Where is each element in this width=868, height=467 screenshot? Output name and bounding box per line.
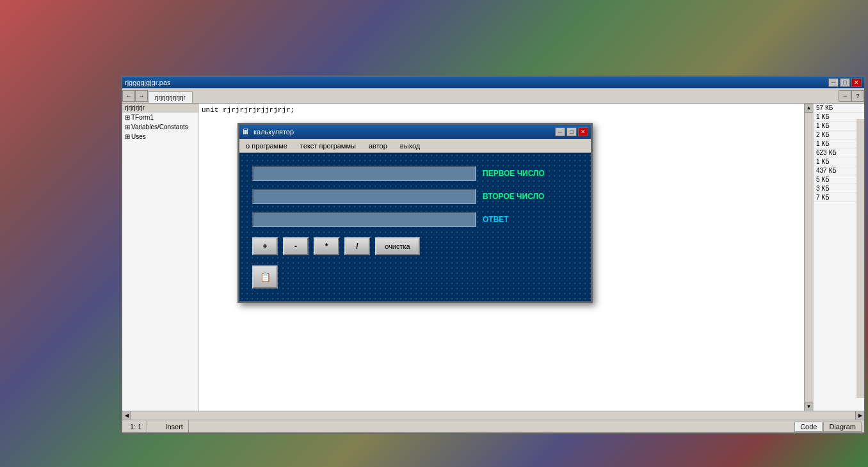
calc-operations-row: + - * / очистка [252, 237, 578, 255]
calc-result-input[interactable] [252, 212, 476, 227]
code-tree-panel: rjrjrjrjrjr ⊞ TForm1 ⊞ Variables/Constan… [122, 104, 199, 411]
calc-btn-sub[interactable]: - [283, 237, 309, 255]
calc-label-1: ПЕРВОЕ ЧИСЛО [483, 169, 566, 178]
editor-status-bar: 1: 1 Insert Code Diagram [122, 420, 864, 432]
file-size-9: 5 КБ [816, 176, 830, 183]
calc-body: ПЕРВОЕ ЧИСЛО ВТОРОЕ ЧИСЛО [239, 153, 591, 301]
code-expand-uses[interactable]: ⊞ [125, 133, 130, 140]
file-size-7: 1 КБ [816, 158, 830, 165]
file-size-11: 7 КБ [816, 194, 830, 201]
code-main-view: unit rjrjrjrjrjjrjrjr; Forms, ▲ ▼ [199, 104, 813, 411]
calc-title-text: калькулятор [253, 128, 294, 136]
cursor-position: 1: 1 [130, 423, 141, 431]
editor-title-bar: rjggggjgjgr.pas ─ □ ✕ [122, 77, 864, 88]
insert-mode: Insert [165, 423, 183, 431]
editor-close-btn[interactable]: ✕ [851, 78, 862, 87]
calc-btn-mul[interactable]: * [314, 237, 339, 255]
calc-menu-exit[interactable]: выход [394, 139, 426, 152]
code-tree-header: rjrjrjrjrjr [122, 104, 198, 113]
code-label-uses: Uses [131, 133, 146, 140]
code-scrollbar-v[interactable]: ▲ ▼ [804, 104, 813, 411]
editor-content-area: rjrjrjrjrjr ⊞ TForm1 ⊞ Variables/Constan… [122, 104, 864, 411]
calc-label-2: ВТОРОЕ ЧИСЛО [483, 192, 566, 201]
file-item-1: 57 КБ [814, 104, 864, 113]
calc-menu-author[interactable]: автор [362, 139, 394, 152]
code-label-variables: Variables/Constants [131, 123, 188, 131]
scrollbar-down-btn[interactable]: ▼ [805, 402, 813, 411]
calc-input-row-result: ОТВЕТ [252, 212, 578, 227]
calc-memo-row: 📋 [252, 265, 578, 289]
editor-nav-forward[interactable]: → [135, 90, 148, 102]
editor-tabs: rjrjrjrjrjrjrjrjr [148, 88, 839, 103]
hscroll-right-btn[interactable]: ▶ [855, 411, 864, 420]
calc-input-1[interactable] [252, 166, 476, 181]
code-label-tform1: TForm1 [131, 114, 154, 121]
calc-label-result: ОТВЕТ [483, 215, 566, 224]
calc-title-bar: 🖩 калькулятор ─ □ ✕ [239, 125, 591, 139]
editor-window-controls: ─ □ ✕ [828, 78, 862, 87]
status-mode: Insert [160, 420, 189, 432]
center-editor-area: rjggggjgjgr.pas ─ □ ✕ ← → rjrjrjrjrjrjrj… [118, 73, 868, 436]
editor-nav-back[interactable]: ← [122, 90, 135, 102]
scrollbar-track[interactable] [805, 113, 813, 402]
code-tab[interactable]: Code [794, 422, 823, 432]
code-line-1: unit rjrjrjrjrjjrjrjr; [202, 106, 810, 114]
file-size-8: 437 КБ [816, 167, 837, 174]
calc-memo-btn[interactable]: 📋 [252, 265, 278, 289]
calc-btn-add[interactable]: + [252, 237, 278, 255]
scrollbar-up-btn[interactable]: ▲ [805, 104, 813, 113]
hscroll-left-btn[interactable]: ◀ [122, 411, 131, 420]
code-tree-uses[interactable]: ⊞ Uses [122, 132, 198, 141]
file-list-right-panel: 57 КБ 1 КБ 1 КБ 2 КБ 1 КБ 623 КБ 1 КБ 43… [813, 104, 864, 411]
file-size-4: 2 КБ [816, 131, 830, 138]
editor-tab-rjrjrj[interactable]: rjrjrjrjrjrjrjrjr [148, 91, 193, 103]
calc-close-btn[interactable]: ✕ [578, 127, 588, 136]
file-size-1: 57 КБ [816, 104, 833, 111]
editor-maximize-btn[interactable]: □ [840, 78, 850, 87]
file-size-3: 1 КБ [816, 122, 830, 129]
calculator-dialog: 🖩 калькулятор ─ □ ✕ о программ [237, 123, 593, 303]
code-spacer [202, 114, 810, 119]
code-diagram-tabs: Code Diagram [794, 422, 862, 432]
right-panel-scrollbar[interactable] [856, 119, 864, 398]
calc-btn-div[interactable]: / [344, 237, 370, 255]
editor-hscrollbar[interactable]: ◀ ▶ [122, 411, 864, 420]
file-size-2: 1 КБ [816, 113, 830, 120]
file-size-5: 1 КБ [816, 140, 830, 147]
code-expand-tform1[interactable]: ⊞ [125, 114, 130, 121]
code-tree-tform1[interactable]: ⊞ TForm1 [122, 113, 198, 122]
calc-maximize-btn[interactable]: □ [567, 127, 577, 136]
code-expand-variables[interactable]: ⊞ [125, 123, 130, 131]
editor-file-title: rjggggjgjgr.pas [125, 79, 171, 86]
editor-nav-bar: ← → rjrjrjrjrjrjrjrjr → ? [122, 88, 864, 104]
code-tree-variables[interactable]: ⊞ Variables/Constants [122, 122, 198, 132]
file-size-6: 623 КБ [816, 149, 837, 156]
diagram-tab[interactable]: Diagram [823, 422, 862, 432]
calc-title-left: 🖩 калькулятор [242, 127, 294, 136]
calc-menu-about[interactable]: о программе [239, 139, 294, 152]
calc-menu-bar: о программе текст программы автор выход [239, 139, 591, 153]
calc-input-row-1: ПЕРВОЕ ЧИСЛО [252, 166, 578, 181]
editor-minimize-btn[interactable]: ─ [828, 78, 839, 87]
calc-btn-clear[interactable]: очистка [375, 237, 420, 255]
calc-minimize-btn[interactable]: ─ [555, 127, 565, 136]
calc-input-row-2: ВТОРОЕ ЧИСЛО [252, 189, 578, 204]
status-position: 1: 1 [125, 420, 147, 432]
code-tree-title: rjrjrjrjrjr [125, 104, 145, 111]
calc-input-2[interactable] [252, 189, 476, 204]
calc-icon: 🖩 [242, 127, 250, 136]
calc-controls: ─ □ ✕ [555, 127, 588, 136]
editor-help-btn[interactable]: ? [851, 90, 864, 102]
calc-menu-code[interactable]: текст программы [294, 139, 362, 152]
file-size-10: 3 КБ [816, 185, 830, 192]
editor-btn-right[interactable]: → [839, 90, 851, 102]
main-content-area: Object TreeView ✕ ⊞ ✕ ▲ ▼ - ▦ Form1 [0, 73, 868, 436]
editor-window: rjggggjgjgr.pas ─ □ ✕ ← → rjrjrjrjrjrjrj… [121, 75, 865, 434]
